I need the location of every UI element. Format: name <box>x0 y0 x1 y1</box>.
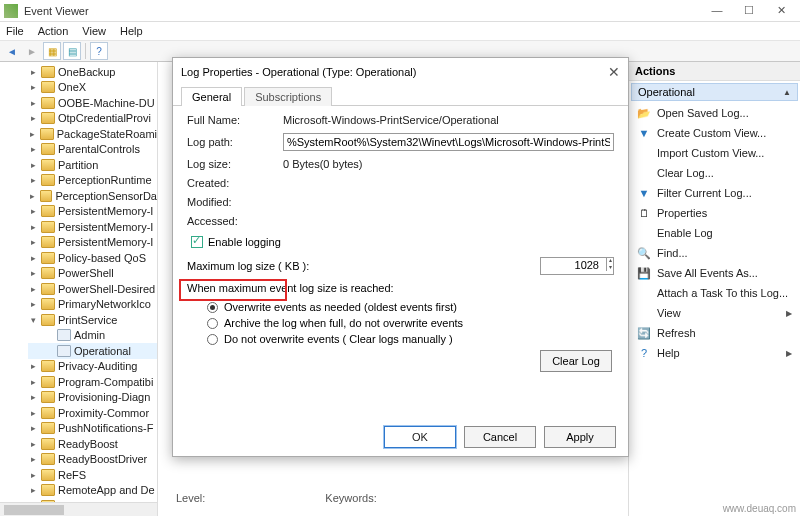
radio-icon <box>207 302 218 313</box>
menubar: File Action View Help <box>0 22 800 40</box>
actions-panel: Actions Operational ▲ 📂Open Saved Log...… <box>628 62 800 516</box>
radio-overwrite[interactable]: Overwrite events as needed (oldest event… <box>207 301 614 313</box>
action-item[interactable]: Enable Log <box>629 223 800 243</box>
tree-item[interactable]: ▸ReadyBoost <box>28 436 157 452</box>
action-item[interactable]: Clear Log... <box>629 163 800 183</box>
apply-button[interactable]: Apply <box>544 426 616 448</box>
actions-group-label: Operational <box>638 86 695 98</box>
toolbar-btn-1[interactable]: ▦ <box>43 42 61 60</box>
menu-help[interactable]: Help <box>120 25 143 37</box>
actions-header: Actions <box>629 62 800 81</box>
tree-item[interactable]: ▸Provisioning-Diagn <box>28 390 157 406</box>
tree-panel: ▸OneBackup▸OneX▸OOBE-Machine-DU▸OtpCrede… <box>0 62 158 516</box>
tree-item[interactable]: ▸OneBackup <box>28 64 157 80</box>
tree-item[interactable]: ▸PrimaryNetworkIco <box>28 297 157 313</box>
tree-item[interactable]: ▾PrintService <box>28 312 157 328</box>
tree-item[interactable]: ▸OtpCredentialProvi <box>28 111 157 127</box>
tree-item[interactable]: ▸ParentalControls <box>28 142 157 158</box>
dialog-buttons: OK Cancel Apply <box>173 418 628 456</box>
window-title: Event Viewer <box>24 5 708 17</box>
menu-view[interactable]: View <box>82 25 106 37</box>
tree-item[interactable]: ▸Partition <box>28 157 157 173</box>
tree-item[interactable]: ▸Policy-based QoS <box>28 250 157 266</box>
tree-item[interactable]: ▸PerceptionRuntime <box>28 173 157 189</box>
tree-item[interactable]: ▸PowerShell <box>28 266 157 282</box>
clear-log-button[interactable]: Clear Log <box>540 350 612 372</box>
titlebar: Event Viewer — ☐ ✕ <box>0 0 800 22</box>
toolbar-sep <box>85 43 86 59</box>
tree-item[interactable]: ▸PerceptionSensorDa <box>28 188 157 204</box>
help-button[interactable]: ? <box>90 42 108 60</box>
action-item[interactable]: ▼Create Custom View... <box>629 123 800 143</box>
tree-item[interactable]: ▸ReadyBoostDriver <box>28 452 157 468</box>
action-item[interactable]: 🗒Properties <box>629 203 800 223</box>
action-item[interactable]: 📂Open Saved Log... <box>629 103 800 123</box>
tree-item[interactable]: ▸RemoteApp and De <box>28 483 157 499</box>
tree-item[interactable]: ▸Program-Compatibi <box>28 374 157 390</box>
back-button[interactable]: ◄ <box>3 42 21 60</box>
modified-label: Modified: <box>187 196 283 208</box>
action-item[interactable]: View▶ <box>629 303 800 323</box>
dialog-form: Full Name:Microsoft-Windows-PrintService… <box>173 106 628 418</box>
action-item[interactable]: 🔄Refresh <box>629 323 800 343</box>
full-name-label: Full Name: <box>187 114 283 126</box>
tree-item[interactable]: ▸PushNotifications-F <box>28 421 157 437</box>
tree-hscrollbar[interactable] <box>0 502 157 516</box>
collapse-icon: ▲ <box>783 88 791 97</box>
menu-action[interactable]: Action <box>38 25 69 37</box>
log-path-label: Log path: <box>187 136 283 148</box>
radio-noclear[interactable]: Do not overwrite events ( Clear logs man… <box>207 333 614 345</box>
dialog-tabs: General Subscriptions <box>173 86 628 106</box>
radio-icon <box>207 318 218 329</box>
minimize-button[interactable]: — <box>708 4 726 17</box>
action-item[interactable]: Import Custom View... <box>629 143 800 163</box>
actions-group[interactable]: Operational ▲ <box>631 83 798 101</box>
close-button[interactable]: ✕ <box>772 4 790 17</box>
maximize-button[interactable]: ☐ <box>740 4 758 17</box>
action-item[interactable]: ▼Filter Current Log... <box>629 183 800 203</box>
log-size-value: 0 Bytes(0 bytes) <box>283 158 614 170</box>
tree-item[interactable]: ▸OOBE-Machine-DU <box>28 95 157 111</box>
tree-item[interactable]: ▸Proximity-Commor <box>28 405 157 421</box>
ok-button[interactable]: OK <box>384 426 456 448</box>
tree-item[interactable]: ▸PersistentMemory-I <box>28 219 157 235</box>
action-item[interactable]: 💾Save All Events As... <box>629 263 800 283</box>
cancel-button[interactable]: Cancel <box>464 426 536 448</box>
enable-logging-checkbox[interactable]: Enable logging <box>187 234 285 250</box>
tree-item[interactable]: ▸ReFS <box>28 467 157 483</box>
enable-logging-label: Enable logging <box>208 236 281 248</box>
radio-icon <box>207 334 218 345</box>
tree-item-child[interactable]: Admin <box>28 328 157 344</box>
tab-general[interactable]: General <box>181 87 242 106</box>
forward-button[interactable]: ► <box>23 42 41 60</box>
full-name-value: Microsoft-Windows-PrintService/Operation… <box>283 114 614 126</box>
dialog-titlebar: Log Properties - Operational (Type: Oper… <box>173 58 628 86</box>
log-size-label: Log size: <box>187 158 283 170</box>
menu-file[interactable]: File <box>6 25 24 37</box>
tree-item[interactable]: ▸Privacy-Auditing <box>28 359 157 375</box>
action-item[interactable]: ?Help▶ <box>629 343 800 363</box>
keywords-label: Keywords: <box>325 492 376 504</box>
window-controls: — ☐ ✕ <box>708 4 796 17</box>
tab-subscriptions[interactable]: Subscriptions <box>244 87 332 106</box>
toolbar-btn-2[interactable]: ▤ <box>63 42 81 60</box>
level-label: Level: <box>176 492 205 504</box>
tree-item[interactable]: ▸PowerShell-Desired <box>28 281 157 297</box>
log-path-input[interactable] <box>283 133 614 151</box>
max-size-label: Maximum log size ( KB ): <box>187 260 347 272</box>
created-label: Created: <box>187 177 283 189</box>
highlight-box <box>179 279 287 301</box>
tree-item-child[interactable]: Operational <box>28 343 157 359</box>
tree-item[interactable]: ▸PackageStateRoami <box>28 126 157 142</box>
action-item[interactable]: Attach a Task To this Log... <box>629 283 800 303</box>
tree-item[interactable]: ▸PersistentMemory-I <box>28 235 157 251</box>
tree-item[interactable]: ▸PersistentMemory-I <box>28 204 157 220</box>
detail-strip: Level: Keywords: <box>168 486 618 510</box>
accessed-label: Accessed: <box>187 215 283 227</box>
log-properties-dialog: Log Properties - Operational (Type: Oper… <box>172 57 629 457</box>
dialog-close-button[interactable]: ✕ <box>608 64 620 80</box>
radio-archive[interactable]: Archive the log when full, do not overwr… <box>207 317 614 329</box>
tree-item[interactable]: ▸OneX <box>28 80 157 96</box>
max-size-input[interactable]: 1028 <box>540 257 614 275</box>
action-item[interactable]: 🔍Find... <box>629 243 800 263</box>
